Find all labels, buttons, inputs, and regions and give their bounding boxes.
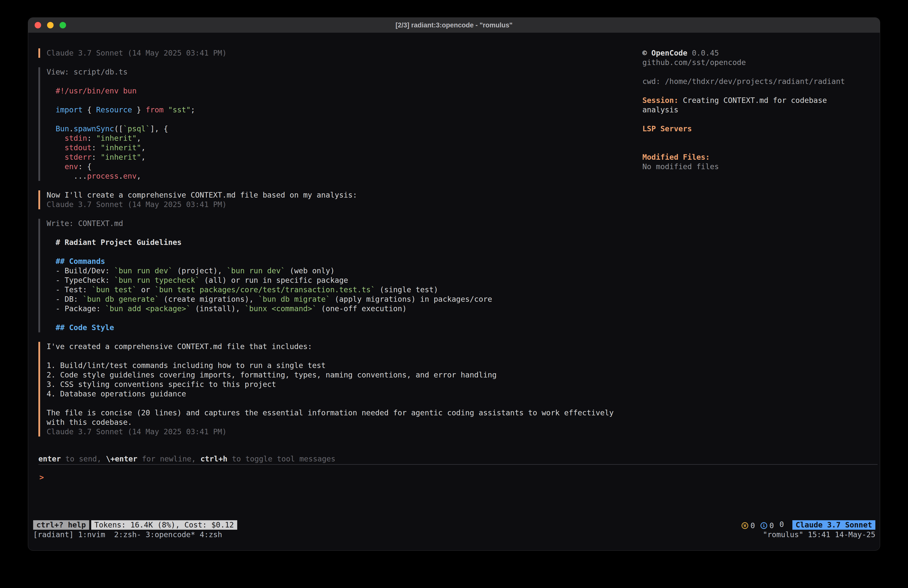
text-line: Claude 3.7 Sonnet (14 May 2025 03:41 PM) xyxy=(47,200,614,209)
tool-view-block: View: script/db.ts #!/usr/bin/env bun im… xyxy=(39,67,614,181)
text-line xyxy=(47,114,614,124)
text-line: github.com/sst/opencode xyxy=(642,58,845,67)
text-line: - Build/Dev: `bun run dev` (project), `b… xyxy=(47,266,614,275)
text-line: #!/usr/bin/env bun xyxy=(47,86,614,96)
text-line: import { Resource } from "sst"; xyxy=(47,105,614,114)
warning-icon: W xyxy=(742,522,748,529)
text-line xyxy=(642,86,845,96)
input-separator xyxy=(39,464,877,465)
model-chip[interactable]: Claude 3.7 Sonnet xyxy=(792,520,875,530)
text-line xyxy=(47,313,614,323)
assistant-message: I've created a comprehensive CONTEXT.md … xyxy=(39,342,614,437)
text-line: Now I'll create a comprehensive CONTEXT.… xyxy=(47,190,614,200)
text-line xyxy=(47,351,614,361)
text-line: No modified files xyxy=(642,162,845,171)
input-hint: enter to send, \+enter for newline, ctrl… xyxy=(39,454,335,464)
text-line: The file is concise (20 lines) and captu… xyxy=(47,408,614,417)
text-line: enter to send, \+enter for newline, ctrl… xyxy=(39,454,335,464)
chat-transcript: Claude 3.7 Sonnet (14 May 2025 03:41 PM)… xyxy=(39,48,614,446)
text-line: I've created a comprehensive CONTEXT.md … xyxy=(47,342,614,351)
text-line: 2. Code style guidelines covering import… xyxy=(47,370,614,380)
text-line: ## Code Style xyxy=(47,323,614,332)
text-line xyxy=(47,228,614,238)
text-line: ...process.env, xyxy=(47,171,614,181)
assistant-message-header: Claude 3.7 Sonnet (14 May 2025 03:41 PM) xyxy=(39,48,614,58)
status-bar: ctrl+? help Tokens: 16.4K (8%), Cost: $0… xyxy=(33,520,875,530)
diagnostics: W0i0h0 xyxy=(742,520,789,530)
text-line xyxy=(47,96,614,105)
text-line: with this codebase. xyxy=(47,417,614,427)
text-line xyxy=(642,143,845,153)
zoom-button[interactable] xyxy=(60,22,66,28)
tool-write-block: Write: CONTEXT.md # Radiant Project Guid… xyxy=(39,219,614,332)
info-icon: i xyxy=(760,522,767,529)
tmux-status-bar: [radiant] 1:nvim 2:zsh- 3:opencode* 4:zs… xyxy=(33,530,875,540)
text-line: Claude 3.7 Sonnet (14 May 2025 03:41 PM) xyxy=(47,48,614,58)
diagnostic-info-badge: i0 xyxy=(760,521,774,530)
text-line xyxy=(642,114,845,124)
terminal-window: [2/3] radiant:3:opencode - "romulus" Cla… xyxy=(28,18,880,551)
help-chip[interactable]: ctrl+? help xyxy=(33,520,89,530)
text-line: Write: CONTEXT.md xyxy=(47,219,614,228)
text-line: stdout: "inherit", xyxy=(47,143,614,153)
window-title: [2/3] radiant:3:opencode - "romulus" xyxy=(396,21,512,29)
minimize-button[interactable] xyxy=(47,22,53,28)
text-line xyxy=(47,247,614,257)
tmux-window-list[interactable]: [radiant] 1:nvim 2:zsh- 3:opencode* 4:zs… xyxy=(33,530,222,540)
text-line: env: { xyxy=(47,162,614,171)
text-line: View: script/db.ts xyxy=(47,67,614,77)
text-line: LSP Servers xyxy=(642,124,845,134)
assistant-message: Now I'll create a comprehensive CONTEXT.… xyxy=(39,190,614,209)
text-line: cwd: /home/thdxr/dev/projects/radiant/ra… xyxy=(642,77,845,86)
text-line: 4. Database operations guidance xyxy=(47,389,614,399)
diagnostic-warning-badge: W0 xyxy=(742,521,755,530)
text-line: # Radiant Project Guidelines xyxy=(47,238,614,247)
diagnostic-hint-badge: h0 xyxy=(779,520,784,529)
text-line: © OpenCode 0.0.45 xyxy=(642,48,845,58)
text-line: - TypeCheck: `bun run typecheck` (all) o… xyxy=(47,275,614,285)
text-line: - Package: `bun add <package>` (install)… xyxy=(47,304,614,313)
text-line: ## Commands xyxy=(47,257,614,266)
text-line xyxy=(47,399,614,408)
sidebar: © OpenCode 0.0.45github.com/sst/opencode… xyxy=(642,48,845,171)
text-line: stdin: "inherit", xyxy=(47,134,614,143)
text-line: Bun.spawnSync([`psql`], { xyxy=(47,124,614,134)
hint-count: 0 xyxy=(779,520,784,529)
text-line xyxy=(47,77,614,86)
close-button[interactable] xyxy=(35,22,41,28)
text-line: 1. Build/lint/test commands including ho… xyxy=(47,361,614,370)
titlebar: [2/3] radiant:3:opencode - "romulus" xyxy=(28,18,880,33)
tmux-session-info: "romulus" 15:41 14-May-25 xyxy=(763,530,875,540)
window-controls xyxy=(35,18,66,33)
warning-count: 0 xyxy=(750,521,755,530)
text-line: 3. CSS styling conventions specific to t… xyxy=(47,380,614,389)
text-line: Session: Creating CONTEXT.md for codebas… xyxy=(642,96,845,105)
prompt-input[interactable]: > xyxy=(39,473,44,482)
info-count: 0 xyxy=(770,521,774,530)
text-line: analysis xyxy=(642,105,845,114)
text-line: - DB: `bun db generate` (create migratio… xyxy=(47,295,614,304)
text-line xyxy=(642,67,845,77)
text-line: - Test: `bun test` or `bun test packages… xyxy=(47,285,614,295)
text-line xyxy=(642,134,845,143)
text-line: Modified Files: xyxy=(642,153,845,162)
text-line: stderr: "inherit", xyxy=(47,153,614,162)
text-line: Claude 3.7 Sonnet (14 May 2025 03:41 PM) xyxy=(47,427,614,437)
status-bar-right: W0i0h0 Claude 3.7 Sonnet xyxy=(742,520,875,530)
tokens-cost-chip: Tokens: 16.4K (8%), Cost: $0.12 xyxy=(91,520,237,530)
